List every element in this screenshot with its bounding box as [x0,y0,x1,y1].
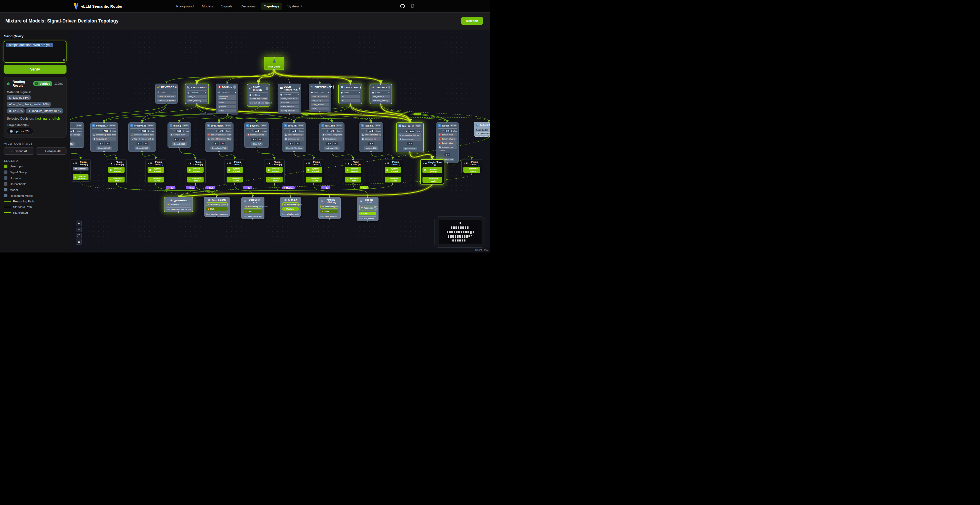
signal-item[interactable]: physics [218,105,236,108]
signal-item[interactable]: creative_keywords [157,98,176,102]
plugin-chip[interactable]: semantic cache [108,176,124,183]
decision-math_problems[interactable]: math_problemsP150▼AND1 rulesdomain: math… [167,122,191,148]
signal-item[interactable]: en [340,95,360,98]
plugin-chain-p7[interactable]: ▼Plugin Chain (2)system prompt↓semantic … [304,159,324,184]
user-query-node[interactable]: User Query [264,57,285,70]
signal-group-embedding[interactable]: EMBEDDING210-50ms▼fast_qadeep_thinking [185,84,209,104]
signal-item[interactable]: code_generation [311,95,329,98]
signal-item[interactable]: want_different [280,105,299,108]
plugin-chip[interactable]: semantic cache [266,176,283,183]
plugin-chip[interactable]: system prompt [187,167,204,173]
verify-button[interactable]: Verify [3,65,67,74]
plugin-chain-p4[interactable]: ▼Plugin Chain (2)system prompt↓semantic … [185,159,205,184]
signal-group-domain[interactable]: DOMAIN410-50ms▼computer sciencemathphysi… [216,84,239,114]
signal-item[interactable]: medium_latency [372,99,390,102]
plugin-chip[interactable]: system prompt [423,167,442,173]
decision-fast_qa_chinese[interactable]: fast_qa_chineseP130▼AND2 rulesembedding:… [359,122,383,152]
plugin-chip[interactable]: semantic cache [148,176,164,183]
query-input[interactable]: A simple question: Who are you? [3,41,67,63]
plugin-chain-p1[interactable]: ▼Plugin Chain (2)jailbreak↓system prompt [71,159,91,182]
zoom-out-button[interactable]: − [76,227,81,232]
refresh-button[interactable]: Refresh [461,17,483,25]
signal-item[interactable]: fast_qa [187,95,207,98]
decision-casual_chat[interactable]: casual_chatP100▼OR6 rulesdomain: mathdom… [436,122,459,163]
minimap[interactable] [434,216,485,248]
lock-button[interactable] [76,239,81,245]
plugin-chain-p11[interactable]: ▼Plugin Chain (1)semantic cache [461,159,482,174]
signal-item[interactable]: other [218,109,236,113]
model-m_kimi[interactable]: Kimi-K2-ThinkingReasoning(kimi)Highfrom:… [318,197,340,219]
plugin-chip[interactable]: semantic cache [345,176,361,183]
plugin-chip[interactable]: system prompt [148,167,164,173]
plugin-chip[interactable]: semantic cache [463,167,480,173]
decision-creative_ideas[interactable]: creative_ideasP160▼AND2 ruleskeyword: cr… [128,122,156,152]
signal-group-keyword[interactable]: KEYWORD2<1ms▼jailbreak_attemptcreative_k… [155,84,178,104]
github-icon[interactable] [400,4,405,8]
device-icon[interactable] [410,4,415,8]
decision-deep_thinking[interactable]: deep_thinkingP140▼AND2 rulesembedding: d… [282,122,306,152]
signal-group-language[interactable]: LANGUAGE2<1ms▼enzh [338,84,363,104]
plugin-chip[interactable]: system prompt [385,167,401,173]
topology-canvas[interactable]: User QueryKEYWORD2<1ms▼jailbreak_attempt… [70,30,490,252]
nav-item-playground[interactable]: Playground [173,3,197,10]
fit-view-button[interactable] [76,233,81,238]
model-m_qwen[interactable]: Qwen3-235BReasoning(qwen3)Highfrom: comp… [204,197,230,217]
plugin-chain-p5[interactable]: ▼Plugin Chain (2)system prompt↓semantic … [224,159,245,184]
signal-item[interactable]: bug_fixing [311,98,329,102]
plugin-chain-p9[interactable]: ▼Plugin Chain (2)system prompt↓semantic … [383,159,403,184]
signal-group-user_feedback[interactable]: USER FEEDBACK410-50ms▼need_clarification… [278,84,301,114]
plugin-chip[interactable]: semantic cache [305,176,322,183]
nav-item-decisions[interactable]: Decisions [237,3,259,10]
nav-item-signals[interactable]: Signals [218,3,236,10]
zoom-in-button[interactable]: + [76,221,81,226]
signal-item[interactable]: need_clarification [280,97,299,100]
signal-item[interactable]: needs_fact_check [249,97,268,100]
default-route-node[interactable]: Default RouteFALLBACK→ openai/gpt-oss-… [474,122,490,137]
signal-group-latency[interactable]: LATENCY2<1ms▼low_latencymedium_latency [369,84,392,104]
plugin-chip[interactable]: semantic cache [385,176,401,183]
decision-code_deep_thinking[interactable]: code_deep_thinkingP145▼AND2 rulesdomain:… [205,122,234,152]
plugin-chip[interactable]: system prompt [305,167,322,173]
plugin-chip[interactable]: system prompt [266,167,283,173]
expand-all-button[interactable]: +Expand All [3,148,34,155]
signal-item[interactable]: zh [340,99,360,102]
plugin-chain-p6[interactable]: ▼Plugin Chain (2)system prompt↓semantic … [264,159,285,184]
signal-item[interactable]: math [218,101,236,104]
model-m_gpt120[interactable]: gpt-oss-120bReasoning(gpt-oss)Lowfrom: f… [357,197,379,221]
decision-fast_qa_english[interactable]: fast_qa_englishP120▼AND2 rulesembedding:… [396,122,424,152]
signal-item[interactable]: wrong_answer [280,109,299,113]
plugin-chain-p8[interactable]: ▼Plugin Chain (2)system prompt↓semantic … [343,159,363,184]
more-rules[interactable]: +2 more [438,149,457,152]
plugin-chip[interactable]: system prompt [227,167,243,173]
decision-fast_coding[interactable]: fast_codingP135▼AND2 rulesdomain: comput… [320,122,344,152]
signal-item[interactable]: no_fact_check_needed [249,101,268,105]
decision-guardrails[interactable]: guardrailsP200▼AND1 ruleskeyword: jailbr… [70,122,84,148]
plugin-chain-p2[interactable]: ▼Plugin Chain (2)system prompt↓semantic … [106,159,127,184]
plugin-chip[interactable]: semantic cache [423,177,442,183]
decision-physics_problems[interactable]: physics_problemsP145▼AND1 rulesdomain: p… [244,122,269,148]
signal-group-preference[interactable]: PREFERENCE4200-500ms▼code_generationbug_… [309,84,331,112]
model-m_glm[interactable]: GLM-4.7Reasoning(glm)Mediumfrom: physics… [280,197,301,217]
plugin-chip[interactable]: semantic cache [227,176,243,183]
model-m_gpt20[interactable]: gpt-oss-20bStandardfrom: guardrails, fas… [164,197,193,212]
plugin-chip[interactable]: system prompt [108,167,124,173]
signal-item[interactable]: computer science [218,95,236,100]
plugin-chip[interactable]: semantic cache [187,176,204,183]
collapse-all-button[interactable]: −Collapse All [36,148,67,155]
decision-complex_reasoning[interactable]: complex_reasoningP180▼AND2 rulesembeddin… [90,122,118,152]
plugin-chain-p3[interactable]: ▼Plugin Chain (2)system prompt↓semantic … [146,159,166,184]
signal-item[interactable]: satisfied [280,101,299,104]
signal-item[interactable]: deep_thinking [187,99,207,102]
nav-item-topology[interactable]: Topology [261,3,283,10]
plugin-chip[interactable]: system prompt [345,167,361,173]
signal-item[interactable]: low_latency [372,95,390,98]
signal-item[interactable]: jailbreak_attempt [157,95,176,98]
signal-item[interactable]: other [311,107,329,110]
plugin-chip[interactable]: system prompt [73,174,89,180]
signal-group-fact_check[interactable]: FACT CHECK210-50ms▼needs_fact_checkno_fa… [247,84,270,106]
plugin-chip[interactable]: jailbreak [73,167,89,170]
signal-item[interactable]: code_review [311,103,329,106]
nav-item-models[interactable]: Models [199,3,216,10]
nav-item-system[interactable]: System▼ [284,3,305,10]
model-m_ds[interactable]: DeepSeek-V3.2Reasoning(deepseek)Highfrom… [242,197,264,219]
